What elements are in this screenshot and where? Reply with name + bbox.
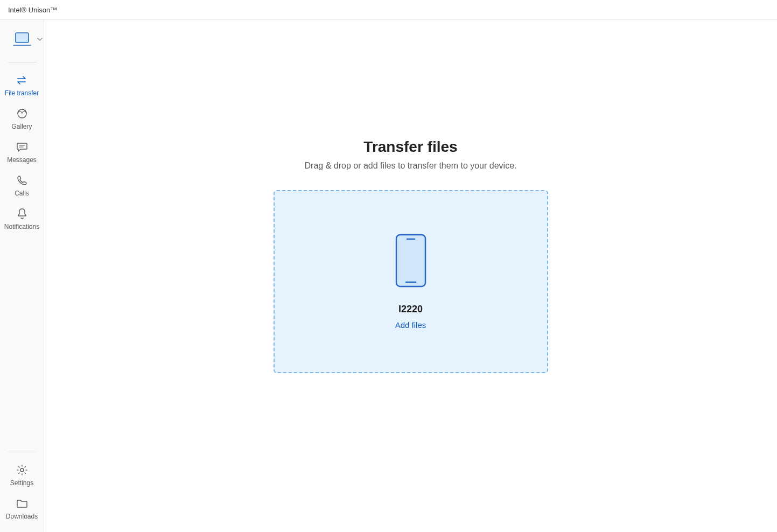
laptop-icon	[13, 32, 31, 47]
messages-icon	[16, 141, 28, 153]
svg-rect-6	[396, 235, 425, 286]
app-title: Intel® Unison™	[8, 6, 57, 14]
sidebar-item-label: Notifications	[4, 223, 39, 230]
smartphone-icon	[395, 234, 426, 290]
folder-icon	[16, 498, 28, 509]
add-files-link[interactable]: Add files	[395, 320, 426, 330]
chevron-down-icon	[37, 37, 43, 41]
gear-icon	[17, 464, 27, 476]
sidebar-item-label: Calls	[15, 190, 29, 197]
sidebar-item-notifications[interactable]: Notifications	[0, 202, 44, 236]
sidebar-item-label: Gallery	[11, 123, 32, 130]
sidebar-item-label: Settings	[10, 479, 33, 487]
gallery-icon	[17, 108, 27, 120]
file-dropzone[interactable]: I2220 Add files	[274, 190, 548, 373]
phone-icon	[17, 174, 27, 186]
page-title: Transfer files	[363, 138, 457, 156]
device-selector[interactable]	[7, 30, 37, 49]
app-header: Intel® Unison™	[0, 0, 777, 20]
sidebar-item-file-transfer[interactable]: File transfer	[0, 69, 44, 102]
sidebar-item-messages[interactable]: Messages	[0, 136, 44, 169]
sidebar-divider	[8, 62, 36, 62]
device-name: I2220	[398, 304, 423, 315]
sidebar: File transfer Gallery	[0, 20, 44, 532]
bell-icon	[17, 208, 27, 220]
svg-rect-0	[16, 33, 29, 43]
page-subtitle: Drag & drop or add files to transfer the…	[305, 161, 517, 171]
sidebar-item-downloads[interactable]: Downloads	[0, 492, 44, 526]
main-content: Transfer files Drag & drop or add files …	[44, 20, 777, 532]
sidebar-item-settings[interactable]: Settings	[0, 459, 44, 492]
sidebar-item-gallery[interactable]: Gallery	[0, 102, 44, 136]
sidebar-item-label: File transfer	[5, 89, 39, 97]
sidebar-item-calls[interactable]: Calls	[0, 169, 44, 202]
sidebar-item-label: Downloads	[6, 513, 38, 520]
transfer-icon	[16, 74, 28, 86]
svg-point-5	[20, 468, 24, 472]
sidebar-item-label: Messages	[7, 156, 37, 164]
sidebar-divider-bottom	[8, 452, 36, 452]
